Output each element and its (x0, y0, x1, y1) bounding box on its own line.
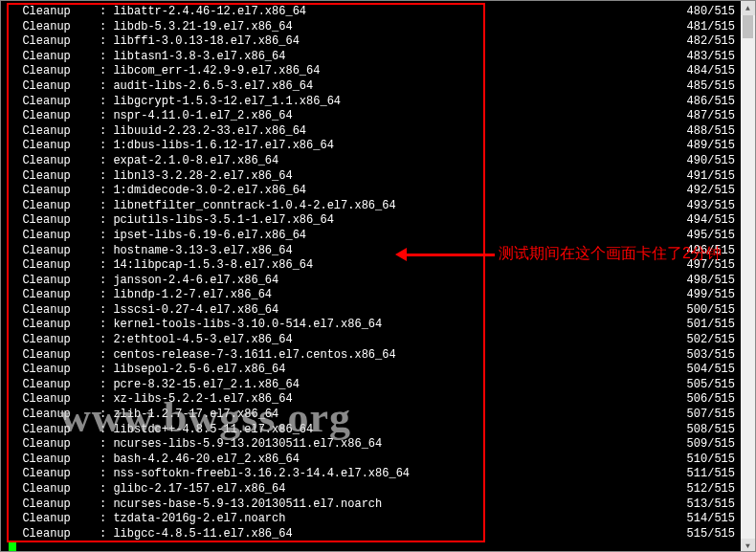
action-label: Cleanup (9, 79, 100, 95)
progress-count: 514/515 (668, 512, 735, 527)
action-label: Cleanup (9, 154, 100, 169)
progress-count: 512/515 (668, 482, 735, 497)
action-label: Cleanup (9, 512, 100, 527)
scrollbar[interactable]: ▲ ▼ (741, 1, 755, 552)
action-label: Cleanup (9, 34, 100, 50)
action-label: Cleanup (9, 378, 100, 393)
action-label: Cleanup (9, 363, 100, 378)
package-name: : libuuid-2.23.2-33.el7.x86_64 (100, 124, 668, 140)
action-label: Cleanup (9, 213, 100, 229)
action-label: Cleanup (9, 348, 100, 364)
progress-count: 510/515 (668, 453, 735, 468)
package-name: : libnetfilter_conntrack-1.0.4-2.el7.x86… (100, 199, 668, 214)
progress-count: 481/515 (668, 20, 735, 35)
package-name: : libnl3-3.2.28-2.el7.x86_64 (100, 169, 668, 185)
output-line: Cleanup: libgcrypt-1.5.3-12.el7_1.1.x86_… (9, 95, 735, 110)
output-line: Cleanup: libnetfilter_conntrack-1.0.4-2.… (9, 199, 735, 214)
scroll-down-button[interactable]: ▼ (741, 539, 755, 552)
progress-count: 487/515 (668, 109, 735, 124)
package-name: : glibc-2.17-157.el7.x86_64 (100, 482, 668, 497)
progress-count: 501/515 (668, 318, 735, 333)
output-line: Cleanup: pcre-8.32-15.el7_2.1.x86_64505/… (9, 378, 735, 393)
output-line: Cleanup: 1:dmidecode-3.0-2.el7.x86_64492… (9, 184, 735, 199)
action-label: Cleanup (9, 258, 100, 274)
progress-count: 494/515 (668, 213, 735, 229)
action-label: Cleanup (9, 95, 100, 110)
package-name: : tzdata-2016g-2.el7.noarch (100, 512, 668, 527)
action-label: Cleanup (9, 229, 100, 244)
action-label: Cleanup (9, 124, 100, 140)
package-name: : libcom_err-1.42.9-9.el7.x86_64 (100, 64, 668, 79)
package-name: : centos-release-7-3.1611.el7.centos.x86… (100, 348, 668, 364)
output-line: Cleanup: libsepol-2.5-6.el7.x86_64504/51… (9, 363, 735, 378)
output-line: Cleanup: nss-softokn-freebl-3.16.2.3-14.… (9, 467, 735, 482)
progress-count: 486/515 (668, 95, 735, 110)
progress-count: 503/515 (668, 348, 735, 364)
progress-count: 484/515 (668, 64, 735, 79)
action-label: Cleanup (9, 244, 100, 259)
progress-count: 483/515 (668, 50, 735, 65)
progress-count: 507/515 (668, 408, 735, 423)
action-label: Cleanup (9, 139, 100, 154)
output-line: Cleanup: xz-libs-5.2.2-1.el7.x86_64506/5… (9, 392, 735, 408)
progress-count: 506/515 (668, 392, 735, 408)
package-name: : 1:dbus-libs-1.6.12-17.el7.x86_64 (100, 139, 668, 154)
output-line: Cleanup: libcom_err-1.42.9-9.el7.x86_644… (9, 64, 735, 79)
terminal-output[interactable]: Cleanup: libattr-2.4.46-12.el7.x86_64480… (1, 1, 743, 552)
scroll-thumb[interactable] (743, 15, 753, 38)
package-name: : lsscsi-0.27-4.el7.x86_64 (100, 303, 668, 319)
progress-count: 505/515 (668, 378, 735, 393)
package-name: : pcre-8.32-15.el7_2.1.x86_64 (100, 378, 668, 393)
progress-count: 509/515 (668, 437, 735, 453)
package-name: : libattr-2.4.46-12.el7.x86_64 (100, 5, 668, 20)
action-label: Cleanup (9, 5, 100, 20)
output-line: Cleanup: ncurses-base-5.9-13.20130511.el… (9, 497, 735, 513)
action-label: Cleanup (9, 467, 100, 482)
output-line: Cleanup: zlib-1.2.7-17.el7.x86_64507/515 (9, 408, 735, 423)
progress-count: 490/515 (668, 154, 735, 169)
action-label: Cleanup (9, 392, 100, 408)
package-name: : bash-4.2.46-20.el7_2.x86_64 (100, 453, 668, 468)
package-name: : jansson-2.4-6.el7.x86_64 (100, 274, 668, 289)
output-line: Cleanup: audit-libs-2.6.5-3.el7.x86_6448… (9, 79, 735, 95)
output-line: Cleanup: pciutils-libs-3.5.1-1.el7.x86_6… (9, 213, 735, 229)
scroll-track[interactable] (741, 15, 755, 539)
output-line: Cleanup: glibc-2.17-157.el7.x86_64512/51… (9, 482, 735, 497)
output-line: Cleanup: kernel-tools-libs-3.10.0-514.el… (9, 318, 735, 333)
progress-count: 495/515 (668, 229, 735, 244)
output-line: Cleanup: bash-4.2.46-20.el7_2.x86_64510/… (9, 453, 735, 468)
output-line: Cleanup: libgcc-4.8.5-11.el7.x86_64515/5… (9, 527, 735, 542)
output-line: Cleanup: ncurses-libs-5.9-13.20130511.el… (9, 437, 735, 453)
output-line: Cleanup: ipset-libs-6.19-6.el7.x86_64495… (9, 229, 735, 244)
package-name: : libdb-5.3.21-19.el7.x86_64 (100, 20, 668, 35)
annotation-text: 测试期间在这个画面卡住了2分钟 (499, 244, 722, 264)
progress-count: 502/515 (668, 333, 735, 348)
output-line: Cleanup: libdb-5.3.21-19.el7.x86_64481/5… (9, 20, 735, 35)
package-name: : nss-softokn-freebl-3.16.2.3-14.4.el7.x… (100, 467, 668, 482)
action-label: Cleanup (9, 169, 100, 185)
output-line: Cleanup: 1:dbus-libs-1.6.12-17.el7.x86_6… (9, 139, 735, 154)
package-name: : 2:ethtool-4.5-3.el7.x86_64 (100, 333, 668, 348)
package-name: : libgcrypt-1.5.3-12.el7_1.1.x86_64 (100, 95, 668, 110)
cursor (9, 541, 16, 552)
progress-count: 515/515 (668, 527, 735, 542)
output-line: Cleanup: libstdc++-4.8.5-11.el7.x86_6450… (9, 423, 735, 438)
action-label: Cleanup (9, 274, 100, 289)
progress-count: 493/515 (668, 199, 735, 214)
progress-count: 489/515 (668, 139, 735, 154)
progress-count: 482/515 (668, 34, 735, 50)
progress-count: 498/515 (668, 274, 735, 289)
action-label: Cleanup (9, 303, 100, 319)
action-label: Cleanup (9, 318, 100, 333)
package-name: : xz-libs-5.2.2-1.el7.x86_64 (100, 392, 668, 408)
progress-count: 480/515 (668, 5, 735, 20)
scroll-up-button[interactable]: ▲ (741, 1, 755, 15)
package-name: : libgcc-4.8.5-11.el7.x86_64 (100, 527, 668, 542)
output-line: Cleanup: nspr-4.11.0-1.el7_2.x86_64487/5… (9, 109, 735, 124)
action-label: Cleanup (9, 64, 100, 79)
action-label: Cleanup (9, 50, 100, 65)
progress-count: 492/515 (668, 184, 735, 199)
output-line: Cleanup: libndp-1.2-7.el7.x86_64499/515 (9, 288, 735, 303)
output-line: Cleanup: 2:ethtool-4.5-3.el7.x86_64502/5… (9, 333, 735, 348)
package-name: : libsepol-2.5-6.el7.x86_64 (100, 363, 668, 378)
